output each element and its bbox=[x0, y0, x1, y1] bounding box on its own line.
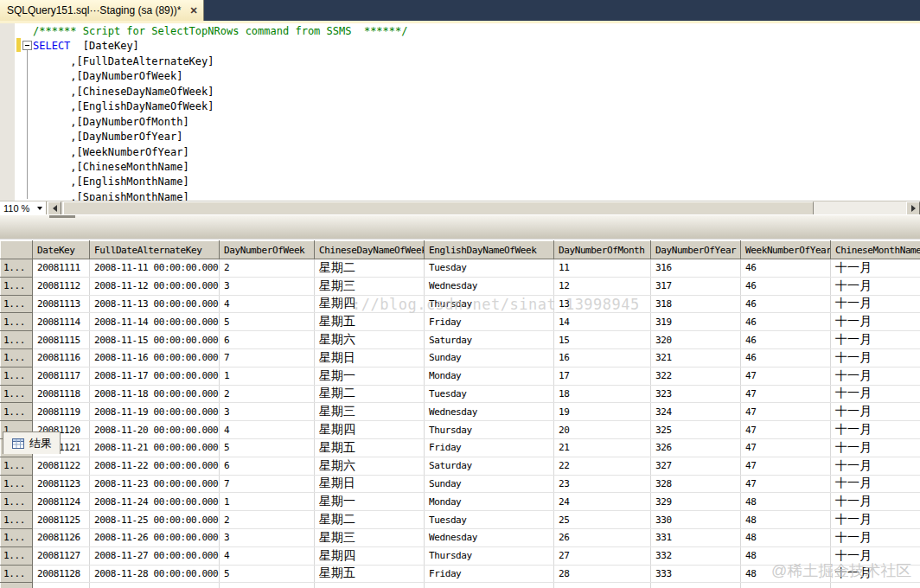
scrollbar-thumb[interactable] bbox=[63, 201, 814, 215]
grid-cell[interactable]: 星期三 bbox=[315, 528, 425, 546]
grid-cell[interactable]: 十一月 bbox=[831, 565, 920, 583]
grid-cell[interactable]: 47 bbox=[741, 385, 831, 403]
grid-cell[interactable]: 2008-11-22 00:00:00.000 bbox=[90, 457, 220, 475]
grid-cell[interactable]: 2008-11-17 00:00:00.000 bbox=[90, 367, 220, 385]
grid-cell[interactable]: Thursday bbox=[425, 295, 554, 313]
grid-cell[interactable]: 十一月 bbox=[831, 421, 920, 439]
grid-cell[interactable]: 20081114 bbox=[33, 313, 90, 331]
grid-cell[interactable]: 十一月 bbox=[831, 511, 920, 529]
grid-cell[interactable]: 325 bbox=[651, 421, 741, 439]
grid-cell[interactable]: 2008-11-24 00:00:00.000 bbox=[90, 493, 220, 511]
grid-cell[interactable]: 2008-11-11 00:00:00.000 bbox=[90, 259, 220, 278]
select-all-corner[interactable] bbox=[1, 241, 33, 259]
grid-cell[interactable]: 318 bbox=[651, 295, 741, 313]
grid-cell[interactable]: 48 bbox=[741, 528, 831, 546]
grid-cell[interactable]: 20081117 bbox=[33, 367, 90, 385]
grid-cell[interactable]: Monday bbox=[425, 493, 554, 511]
grid-cell[interactable]: 20081112 bbox=[33, 277, 90, 295]
row-header[interactable]: 1... bbox=[1, 403, 33, 421]
grid-cell[interactable]: 2008-11-18 00:00:00.000 bbox=[90, 385, 220, 403]
grid-cell[interactable]: 20081119 bbox=[33, 403, 90, 421]
collapse-toggle-icon[interactable] bbox=[22, 41, 32, 50]
zoom-level-select[interactable]: 110 % bbox=[0, 201, 47, 215]
grid-cell[interactable]: 十一月 bbox=[831, 546, 920, 565]
grid-cell[interactable]: Tuesday bbox=[425, 385, 554, 403]
grid-cell[interactable]: 23 bbox=[554, 475, 651, 493]
grid-cell[interactable]: 47 bbox=[741, 367, 831, 385]
grid-cell[interactable]: 2008-11-25 00:00:00.000 bbox=[90, 511, 220, 529]
grid-cell[interactable]: 27 bbox=[554, 546, 651, 565]
grid-cell[interactable]: 6 bbox=[220, 457, 315, 475]
grid-cell[interactable]: 星期日 bbox=[315, 348, 425, 367]
grid-cell[interactable]: 十一月 bbox=[831, 475, 920, 493]
grid-cell[interactable]: 7 bbox=[220, 475, 315, 493]
grid-cell[interactable]: 星期二 bbox=[315, 385, 425, 403]
column-header-WeekNumberOfYear[interactable]: WeekNumberOfYear bbox=[741, 241, 831, 259]
row-header[interactable]: 1... bbox=[1, 493, 33, 511]
grid-cell[interactable]: 十一月 bbox=[831, 259, 920, 278]
grid-cell[interactable]: 20081124 bbox=[33, 493, 90, 511]
grid-cell[interactable]: 46 bbox=[741, 259, 831, 278]
row-header[interactable]: 1... bbox=[1, 331, 33, 349]
grid-cell[interactable]: 11 bbox=[554, 259, 651, 278]
grid-cell[interactable]: 十一月 bbox=[831, 403, 920, 421]
grid-cell[interactable]: 2008-11-28 00:00:00.000 bbox=[90, 565, 220, 583]
column-header-DateKey[interactable]: DateKey bbox=[33, 241, 90, 259]
grid-cell[interactable]: 星期四 bbox=[315, 421, 425, 439]
grid-cell[interactable]: 十一月 bbox=[831, 438, 920, 457]
grid-cell[interactable]: 十一月 bbox=[831, 277, 920, 295]
tab-results[interactable]: 结果 bbox=[3, 431, 61, 454]
grid-cell[interactable]: 20081125 bbox=[33, 511, 90, 529]
row-header[interactable]: 1... bbox=[1, 259, 33, 278]
grid-cell[interactable]: 329 bbox=[651, 493, 741, 511]
grid-cell[interactable]: 十一月 bbox=[831, 295, 920, 313]
grid-cell[interactable]: 20081128 bbox=[33, 565, 90, 583]
grid-cell[interactable]: 3 bbox=[220, 528, 315, 546]
grid-cell[interactable]: 5 bbox=[220, 313, 315, 331]
grid-cell[interactable]: 321 bbox=[651, 348, 741, 367]
grid-cell[interactable]: 星期二 bbox=[315, 511, 425, 529]
grid-cell[interactable]: 星期一 bbox=[315, 367, 425, 385]
grid-cell[interactable]: 48 bbox=[741, 565, 831, 583]
grid-cell[interactable]: Thursday bbox=[425, 546, 554, 565]
grid-cell[interactable]: 20081115 bbox=[33, 331, 90, 349]
close-icon[interactable]: ✕ bbox=[189, 5, 197, 16]
grid-cell[interactable]: 2008-11-12 00:00:00.000 bbox=[90, 277, 220, 295]
grid-cell[interactable]: 5 bbox=[220, 438, 315, 457]
grid-cell[interactable]: 2 bbox=[220, 259, 315, 278]
grid-cell[interactable]: 20081116 bbox=[33, 348, 90, 367]
grid-cell[interactable]: 2008-11-14 00:00:00.000 bbox=[90, 313, 220, 331]
grid-cell[interactable]: 47 bbox=[741, 403, 831, 421]
grid-cell[interactable]: 6 bbox=[220, 331, 315, 349]
grid-cell[interactable]: 21 bbox=[554, 438, 651, 457]
grid-cell[interactable]: 4 bbox=[220, 295, 315, 313]
grid-cell[interactable]: Thursday bbox=[425, 421, 554, 439]
grid-cell[interactable]: Friday bbox=[425, 313, 554, 331]
grid-cell[interactable]: 十一月 bbox=[831, 313, 920, 331]
grid-cell[interactable]: 星期三 bbox=[315, 403, 425, 421]
grid-cell[interactable]: 2008-11-23 00:00:00.000 bbox=[90, 475, 220, 493]
grid-cell[interactable]: 47 bbox=[741, 421, 831, 439]
grid-cell[interactable]: Tuesday bbox=[425, 511, 554, 529]
grid-cell[interactable]: 317 bbox=[651, 277, 741, 295]
grid-cell[interactable]: 48 bbox=[741, 511, 831, 529]
grid-cell[interactable]: 4 bbox=[220, 546, 315, 565]
grid-cell[interactable]: 322 bbox=[651, 367, 741, 385]
grid-cell[interactable]: 46 bbox=[741, 331, 831, 349]
grid-cell[interactable]: Wednesday bbox=[425, 403, 554, 421]
grid-cell[interactable]: 12 bbox=[554, 277, 651, 295]
grid-cell[interactable]: 20081111 bbox=[33, 259, 90, 278]
grid-cell[interactable]: Monday bbox=[425, 367, 554, 385]
grid-cell[interactable]: 47 bbox=[741, 438, 831, 457]
grid-cell[interactable]: 320 bbox=[651, 331, 741, 349]
grid-cell[interactable]: 332 bbox=[651, 546, 741, 565]
hscroll-left-button[interactable] bbox=[48, 201, 61, 215]
grid-cell[interactable]: 十一月 bbox=[831, 457, 920, 475]
row-header[interactable]: 1... bbox=[1, 295, 33, 313]
grid-cell[interactable]: Sunday bbox=[425, 348, 554, 367]
document-tab[interactable]: SQLQuery151.sql···Staging (sa (89))* ✕ bbox=[0, 0, 204, 21]
column-header-EnglishDayNameOfWeek[interactable]: EnglishDayNameOfWeek bbox=[425, 241, 554, 259]
row-header[interactable]: 1... bbox=[1, 511, 33, 529]
grid-cell[interactable]: 星期五 bbox=[315, 565, 425, 583]
grid-cell[interactable]: 星期六 bbox=[315, 457, 425, 475]
